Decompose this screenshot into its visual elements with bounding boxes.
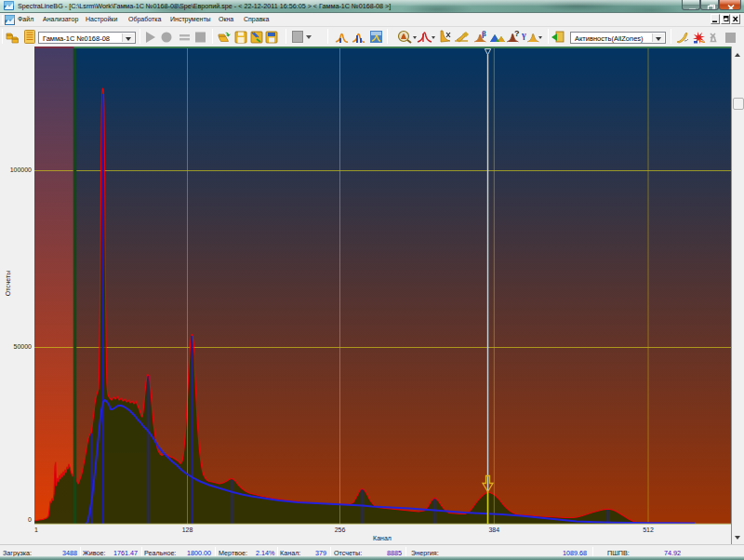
svg-text:?: ?: [514, 29, 520, 38]
svg-text:γ: γ: [521, 30, 526, 40]
svg-text:β: β: [482, 29, 486, 38]
